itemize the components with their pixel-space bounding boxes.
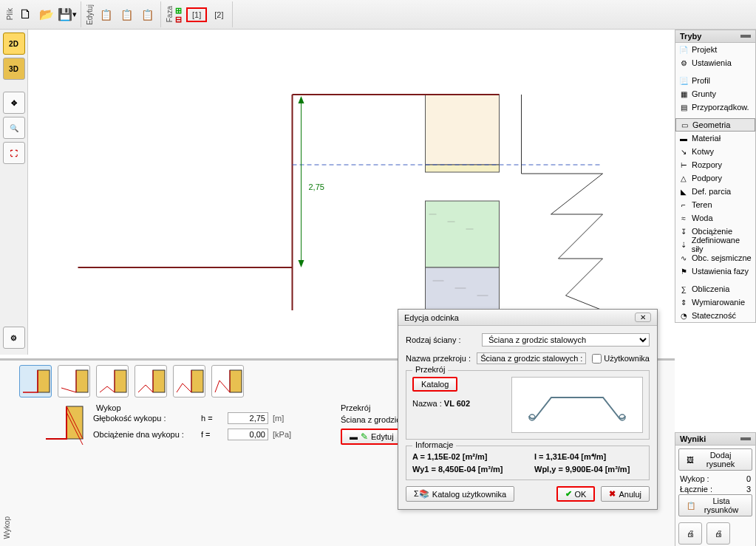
add-phase-icon[interactable]: ⊞ [175,6,182,15]
minimize-icon[interactable] [740,35,751,38]
mode-icon: 📄 [678,44,689,55]
cancel-button[interactable]: ✖Anuluj [601,486,650,502]
drawing-list-button[interactable]: 📋 Lista rysunków [678,494,752,516]
pencil-icon: ✎ [361,431,368,442]
catalog-button[interactable]: Katalog [412,377,457,392]
svg-rect-2 [426,201,500,267]
mode-item-defparcia[interactable]: ◣Def. parcia [675,185,755,198]
mode-item-materia[interactable]: ▬Materiał [675,132,755,145]
mode-item-geometria[interactable]: ▭Geometria [675,118,755,132]
svg-rect-22 [153,370,165,392]
modes-title: Tryby [680,32,701,41]
modes-tree: 📄Projekt⚙Ustawienia📃Profil▦Grunty▤Przypo… [675,43,756,323]
print-bw-button[interactable]: 🖨 [678,522,702,545]
edit-group-label: Edytuj [84,4,95,25]
mode-item-grunty[interactable]: ▦Grunty [675,87,755,100]
mode-icon: ∿ [678,253,689,263]
mode-item-przyporzdkow[interactable]: ▤Przyporządkow. [675,100,755,114]
phase-2-tab[interactable]: [2] [210,9,228,21]
svg-marker-15 [299,96,304,103]
zoom-button[interactable]: 🔍 [3,117,25,139]
paste-button[interactable] [116,4,137,26]
mode-icon: 📃 [678,75,689,86]
load-label: Obciążenie dna wykopu : [93,430,197,439]
save-file-button[interactable]: ▾ [57,4,78,26]
svg-marker-16 [299,260,304,267]
mode-icon: ⇕ [678,297,689,307]
x-icon: ✖ [609,489,616,499]
mode-item-podpory[interactable]: △Podpory [675,171,755,185]
mode-item-projekt[interactable]: 📄Projekt [675,43,755,56]
svg-rect-24 [230,370,242,392]
check-icon: ✔ [565,489,572,499]
edit-segment-dialog: Edycja odcinka ✕ Rodzaj ściany : Ściana … [398,309,658,510]
mode-icon: ↘ [678,146,689,157]
edit-section-button[interactable]: ▬✎Edytuj [341,429,403,445]
mode-item-obliczenia[interactable]: ∑Obliczenia [675,282,755,296]
mode-icon: ↧ [678,226,689,236]
mode-item-stateczno[interactable]: ◔Stateczność [675,309,755,322]
ok-button[interactable]: ✔OK [556,486,596,502]
mode-icon: ⊢ [678,160,689,170]
wall-preview-icon [44,403,86,445]
geometry-thumb-5[interactable] [173,365,205,397]
section-name-label: Nazwa przekroju : [406,354,471,363]
geometry-thumb-6[interactable] [211,365,244,397]
fit-button[interactable]: ⛶ [3,142,25,164]
paste-special-button[interactable] [137,4,157,26]
user-checkbox-label[interactable]: Użytkownika [592,354,650,364]
user-catalog-button[interactable]: Σ📚Katalog użytkownika [406,486,514,502]
mode-icon: △ [678,173,689,183]
mode-item-kotwy[interactable]: ↘Kotwy [675,145,755,158]
new-file-icon [19,7,33,22]
copy-button[interactable] [95,4,116,26]
geometry-thumb-2[interactable] [58,365,90,397]
add-drawing-button[interactable]: 🖼 Dodaj rysunek [678,448,752,471]
mode-icon: ▬ [678,133,689,143]
clipboard-icon [100,9,112,21]
view-3d-button[interactable]: 3D [3,58,25,80]
phase-1-tab[interactable]: [1] [186,7,207,22]
mode-item-ustawieniafazy[interactable]: ⚑Ustawienia fazy [675,265,755,278]
results-panel: Wyniki 🖼 Dodaj rysunek Wykop :0 Łącznie … [675,432,756,546]
svg-rect-23 [191,370,203,392]
svg-rect-19 [38,370,50,392]
results-title: Wyniki [680,434,706,443]
drawing-canvas[interactable]: 2,75 [28,30,675,355]
close-icon[interactable]: ✕ [635,313,651,322]
profile-preview [511,377,643,433]
pan-button[interactable]: ✥ [3,92,25,114]
new-file-button[interactable] [16,4,36,26]
svg-rect-20 [76,370,88,392]
mode-icon: ◣ [678,186,689,197]
mode-icon: ∑ [678,284,689,294]
mode-icon: ≈ [678,213,689,223]
mode-item-zdefiniowanesiy[interactable]: ⇣Zdefiniowane siły [675,238,755,251]
mode-item-wymiarowanie[interactable]: ⇕Wymiarowanie [675,296,755,309]
mode-item-obcsejsmiczne[interactable]: ∿Obc. sejsmiczne [675,251,755,265]
dash-icon: ▬ [350,432,358,441]
geometry-thumb-1[interactable] [19,365,52,397]
open-file-button[interactable] [36,4,57,26]
mode-item-ustawienia[interactable]: ⚙Ustawienia [675,56,755,69]
mode-icon: ⌐ [678,199,689,210]
mode-icon: ◔ [678,310,689,321]
mode-item-rozpory[interactable]: ⊢Rozpory [675,158,755,171]
geometry-thumb-4[interactable] [134,365,167,397]
mode-item-teren[interactable]: ⌐Teren [675,198,755,211]
mode-icon: ▭ [679,120,689,130]
remove-phase-icon[interactable]: ⊟ [175,15,182,24]
mode-item-woda[interactable]: ≈Woda [675,211,755,225]
clipboard-icon [120,9,133,21]
view-2d-button[interactable]: 2D [3,33,25,55]
geometry-thumb-3[interactable] [96,365,129,397]
settings-button[interactable]: ⚙ [3,327,25,349]
bottom-tab-label: Wykop [3,516,11,539]
mode-item-profil[interactable]: 📃Profil [675,74,755,87]
user-checkbox[interactable] [592,354,602,364]
depth-input[interactable] [228,412,268,424]
load-input[interactable] [228,429,268,440]
print-color-button[interactable]: 🖨 [706,522,730,545]
wall-type-select[interactable]: Ściana z grodzic stalowych [482,333,650,347]
minimize-icon[interactable] [740,437,751,440]
